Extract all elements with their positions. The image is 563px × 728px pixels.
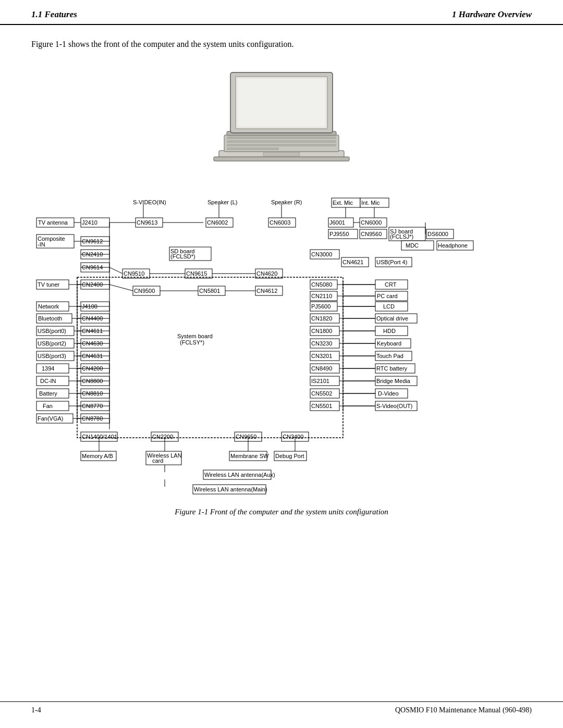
- svg-rect-7: [263, 152, 300, 156]
- svg-text:Memory A/B: Memory A/B: [82, 453, 113, 459]
- figure-caption: Figure 1-1 Front of the computer and the…: [31, 508, 532, 516]
- svg-text:HDD: HDD: [383, 328, 396, 334]
- svg-text:CN9613: CN9613: [137, 219, 157, 226]
- svg-text:PJ5600: PJ5600: [311, 303, 331, 310]
- svg-text:Bluetooth: Bluetooth: [38, 315, 62, 322]
- svg-text:CN8490: CN8490: [311, 365, 332, 372]
- laptop-svg: [198, 62, 365, 182]
- svg-text:CN9510: CN9510: [124, 270, 144, 277]
- diagram-svg: .label { font-size: 11px; font-family: A…: [31, 195, 532, 502]
- svg-text:Wireless LAN antenna(Main): Wireless LAN antenna(Main): [194, 486, 267, 492]
- svg-text:CN5502: CN5502: [311, 390, 332, 397]
- svg-text:DC-IN: DC-IN: [40, 378, 56, 384]
- svg-text:CN3400: CN3400: [283, 434, 303, 440]
- svg-text:J6001: J6001: [329, 219, 345, 226]
- svg-text:Wireless LAN antenna(Aux): Wireless LAN antenna(Aux): [204, 472, 275, 478]
- svg-text:LCD: LCD: [383, 303, 395, 310]
- svg-text:Membrane SW: Membrane SW: [230, 453, 269, 459]
- page: 1.1 Features 1 Hardware Overview Figure …: [0, 0, 563, 728]
- block-diagram: .label { font-size: 11px; font-family: A…: [31, 195, 532, 502]
- svg-line-81: [109, 267, 123, 274]
- svg-rect-190: [36, 401, 69, 411]
- svg-text:CN5080: CN5080: [311, 281, 332, 288]
- section-number-left: 1.1 Features: [31, 9, 77, 20]
- svg-text:(FCLSJ*): (FCLSJ*): [390, 233, 413, 240]
- svg-text:CN2110: CN2110: [311, 293, 332, 299]
- svg-text:(FCLSD*): (FCLSD*): [170, 253, 195, 260]
- svg-text:TV antenna: TV antenna: [38, 219, 68, 226]
- svg-text:D-Video: D-Video: [378, 390, 399, 397]
- svg-text:CN9500: CN9500: [134, 288, 155, 294]
- svg-text:(FCLSY*): (FCLSY*): [180, 339, 204, 346]
- svg-text:DS6000: DS6000: [427, 231, 448, 237]
- svg-text:PC card: PC card: [377, 293, 398, 299]
- svg-text:CN9560: CN9560: [361, 231, 382, 237]
- svg-text:MDC: MDC: [406, 242, 419, 249]
- svg-text:RTC battery: RTC battery: [376, 365, 408, 372]
- svg-text:IS2101: IS2101: [311, 378, 329, 384]
- svg-rect-6: [227, 147, 279, 150]
- svg-text:PJ9550: PJ9550: [329, 231, 349, 237]
- svg-text:CN3201: CN3201: [311, 353, 332, 359]
- svg-text:CN9615: CN9615: [186, 270, 207, 277]
- svg-text:Battery: Battery: [39, 390, 57, 397]
- svg-rect-11: [238, 79, 325, 127]
- svg-text:CN6003: CN6003: [270, 219, 290, 226]
- svg-text:USB(port2): USB(port2): [38, 340, 66, 347]
- svg-text:Fan: Fan: [43, 403, 53, 409]
- svg-rect-1: [214, 157, 349, 161]
- svg-text:System board: System board: [177, 333, 213, 339]
- page-footer: 1-4 QOSMIO F10 Maintenance Manual (960-4…: [0, 701, 563, 719]
- svg-text:Speaker (L): Speaker (L): [207, 199, 237, 205]
- svg-text:CN6002: CN6002: [207, 219, 228, 226]
- svg-text:Int. Mic: Int. Mic: [361, 200, 380, 206]
- svg-rect-232: [77, 277, 343, 438]
- svg-text:S-VIDEO(IN): S-VIDEO(IN): [133, 199, 166, 205]
- svg-text:CN3000: CN3000: [311, 251, 332, 257]
- svg-text:USB(Port 4): USB(Port 4): [376, 259, 407, 265]
- svg-text:CN5501: CN5501: [311, 403, 332, 409]
- svg-text:CN6000: CN6000: [361, 219, 382, 226]
- page-header: 1.1 Features 1 Hardware Overview: [0, 0, 563, 25]
- laptop-illustration: [0, 54, 563, 190]
- svg-text:Touch Pad: Touch Pad: [376, 353, 403, 359]
- section-number-right: 1 Hardware Overview: [452, 9, 532, 20]
- svg-text:CN1400/1401: CN1400/1401: [82, 434, 117, 440]
- svg-text:J2410: J2410: [82, 219, 97, 226]
- svg-text:Speaker (R): Speaker (R): [271, 199, 302, 205]
- svg-text:Debug Port: Debug Port: [275, 453, 304, 459]
- svg-text:Network: Network: [38, 303, 59, 310]
- svg-text:S-Video(OUT): S-Video(OUT): [376, 403, 412, 409]
- svg-text:USB(port3): USB(port3): [38, 353, 66, 359]
- svg-text:CN3230: CN3230: [311, 340, 332, 347]
- intro-text: Figure 1-1 shows the front of the comput…: [0, 30, 563, 54]
- svg-rect-3: [227, 137, 336, 139]
- svg-text:card: card: [152, 458, 163, 464]
- svg-text:TV tuner: TV tuner: [38, 281, 60, 288]
- svg-text:CRT: CRT: [385, 281, 397, 288]
- footer-page-number: 1-4: [31, 706, 41, 714]
- svg-text:CN4621: CN4621: [342, 259, 363, 265]
- footer-manual-title: QOSMIO F10 Maintenance Manual (960-498): [395, 706, 532, 714]
- svg-text:USB(port0): USB(port0): [38, 328, 66, 334]
- svg-rect-4: [227, 140, 336, 143]
- svg-text:Keyboard: Keyboard: [377, 340, 401, 347]
- svg-text:-IN: -IN: [38, 241, 45, 248]
- svg-text:CN5801: CN5801: [199, 288, 220, 294]
- svg-text:CN4612: CN4612: [256, 288, 277, 294]
- svg-text:Fan(VGA): Fan(VGA): [38, 415, 64, 422]
- svg-line-99: [109, 285, 133, 291]
- svg-text:CN9650: CN9650: [236, 434, 256, 440]
- svg-text:CN2200: CN2200: [152, 434, 173, 440]
- svg-text:CN1820: CN1820: [311, 315, 332, 322]
- svg-text:Bridge Media: Bridge Media: [376, 378, 411, 384]
- svg-text:Ext. Mic: Ext. Mic: [333, 200, 353, 206]
- svg-text:1394: 1394: [42, 365, 54, 372]
- svg-text:Optical drive: Optical drive: [376, 315, 408, 322]
- svg-text:CN4620: CN4620: [256, 270, 277, 277]
- svg-text:Headphone: Headphone: [438, 242, 468, 249]
- svg-text:CN1800: CN1800: [311, 328, 332, 334]
- svg-rect-5: [227, 144, 336, 146]
